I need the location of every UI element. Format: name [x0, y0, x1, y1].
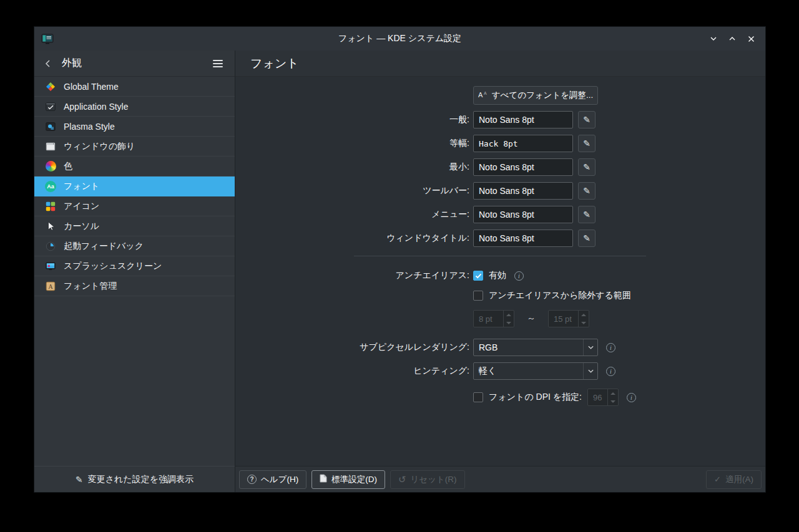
page-header: フォント [235, 51, 765, 77]
force-dpi-row: フォントの DPI を指定: 96 [473, 389, 765, 406]
antialias-exclude-row: アンチエイリアスから除外する範囲 [473, 290, 765, 301]
defaults-icon [320, 474, 327, 485]
titlebar[interactable]: フォント — KDE システム設定 [34, 27, 765, 51]
splash-screen-icon [44, 260, 57, 273]
menu-font-edit-button[interactable] [578, 206, 596, 223]
exclude-from-value: 8 pt [474, 311, 503, 327]
sidebar-item-label: フォント [64, 181, 99, 192]
toolbar-font-field[interactable]: Noto Sans 8pt [473, 182, 573, 200]
sidebar-item-window-decorations[interactable]: ウィンドウの飾り [34, 137, 235, 157]
spin-down-icon [504, 319, 514, 327]
dpi-info-icon[interactable] [627, 393, 636, 402]
small-font-row: 最小: Noto Sans 8pt [235, 158, 765, 176]
help-label: ヘルプ(H) [261, 474, 298, 485]
menu-font-field[interactable]: Noto Sans 8pt [473, 206, 573, 223]
antialias-info-icon[interactable] [514, 271, 524, 281]
launch-feedback-icon [44, 240, 57, 253]
sidebar-item-fonts[interactable]: フォント [34, 177, 235, 196]
maximize-icon[interactable] [727, 33, 738, 44]
sidebar-item-plasma-style[interactable]: Plasma Style [34, 117, 235, 137]
general-font-field[interactable]: Noto Sans 8pt [473, 111, 573, 128]
small-font-label: 最小: [235, 162, 469, 173]
toolbar-font-label: ツールバー: [235, 185, 469, 196]
sidebar-item-cursors[interactable]: カーソル [34, 216, 235, 236]
close-icon[interactable] [745, 33, 757, 44]
spin-buttons [607, 389, 618, 405]
subpixel-dropdown[interactable]: RGB [473, 339, 598, 356]
antialias-checkbox[interactable] [473, 271, 483, 281]
kde-system-settings-window: フォント — KDE システム設定 外観 [34, 26, 766, 493]
minimize-icon[interactable] [708, 33, 719, 44]
toolbar-font-row: ツールバー: Noto Sans 8pt [235, 182, 765, 200]
antialias-exclude-checkbox[interactable] [473, 291, 483, 301]
fixed-width-font-field[interactable]: Hack 8pt [473, 135, 573, 152]
hamburger-icon [213, 63, 223, 64]
sidebar-header: 外観 [34, 51, 235, 77]
antialias-row: アンチエイリアス: 有効 [235, 270, 765, 281]
reset-icon [398, 474, 406, 485]
sidebar-item-launch-feedback[interactable]: 起動フィードバック [34, 236, 235, 256]
window-title-font-edit-button[interactable] [578, 230, 596, 247]
general-font-edit-button[interactable] [578, 111, 596, 128]
hinting-label: ヒンティング: [235, 365, 469, 377]
help-button[interactable]: ヘルプ(H) [239, 470, 306, 489]
window-title-font-label: ウィンドウタイトル: [235, 233, 469, 244]
sidebar-item-icons[interactable]: アイコン [34, 196, 235, 216]
sidebar-item-label: ウィンドウの飾り [64, 141, 135, 152]
application-style-icon [44, 100, 57, 113]
apply-check-icon [714, 475, 721, 484]
spin-up-icon [579, 311, 589, 319]
window-title-font-field[interactable]: Noto Sans 8pt [473, 230, 573, 247]
pencil-icon [583, 233, 591, 243]
window-title: フォント — KDE システム設定 [34, 33, 765, 44]
adjust-all-fonts-button[interactable]: A A すべてのフォントを調整... [473, 86, 598, 105]
pencil-icon [583, 210, 591, 220]
window-controls [708, 33, 765, 44]
fonts-form: A A すべてのフォントを調整... 一般: Noto Sans 8pt 等幅: [235, 77, 765, 466]
hinting-dropdown[interactable]: 軽く [473, 362, 598, 380]
main-content: フォント A A すべてのフォントを調整... [235, 51, 765, 492]
toolbar-font-edit-button[interactable] [578, 182, 596, 200]
antialias-label: アンチエイリアス: [235, 270, 469, 281]
exclude-to-spinbox: 15 pt [548, 310, 589, 327]
small-font-edit-button[interactable] [578, 158, 596, 176]
force-dpi-label: フォントの DPI を指定: [489, 392, 582, 403]
adjust-all-fonts-label: すべてのフォントを調整... [492, 90, 594, 101]
force-dpi-checkbox[interactable] [473, 392, 483, 402]
sidebar-item-splash-screen[interactable]: スプラッシュスクリーン [34, 256, 235, 276]
back-button[interactable] [43, 57, 57, 70]
defaults-button[interactable]: 標準設定(D) [311, 470, 385, 489]
highlight-pencil-icon [76, 475, 83, 485]
sidebar-item-label: Application Style [64, 102, 129, 112]
pencil-icon [583, 138, 591, 148]
reset-button: リセット(R) [390, 470, 465, 489]
sidebar-item-label: 起動フィードバック [64, 241, 144, 252]
apply-label: 適用(A) [725, 474, 753, 485]
plasma-style-icon [44, 120, 57, 133]
sidebar-item-global-theme[interactable]: Global Theme [34, 77, 235, 97]
sidebar-item-font-management[interactable]: A フォント管理 [34, 276, 235, 296]
apply-button: 適用(A) [706, 470, 762, 489]
section-divider [354, 256, 646, 256]
hinting-info-icon[interactable] [606, 367, 615, 376]
cursors-icon [44, 220, 57, 233]
adjust-fonts-icon: A A [478, 90, 488, 100]
menu-font-row: メニュー: Noto Sans 8pt [235, 206, 765, 223]
fixed-width-font-edit-button[interactable] [578, 135, 596, 152]
subpixel-info-icon[interactable] [606, 343, 615, 352]
sidebar-title: 外観 [62, 57, 210, 70]
spin-buttons [578, 311, 589, 327]
reset-label: リセット(R) [411, 474, 457, 485]
font-management-icon: A [44, 280, 57, 293]
highlight-changed-settings-label: 変更された設定を強調表示 [88, 474, 194, 485]
sidebar-item-label: フォント管理 [64, 281, 117, 292]
sidebar: 外観 Global The [34, 51, 235, 492]
menu-button[interactable] [210, 56, 226, 72]
sidebar-item-colors[interactable]: 色 [34, 157, 235, 177]
small-font-field[interactable]: Noto Sans 8pt [473, 158, 573, 176]
highlight-changed-settings-toggle[interactable]: 変更された設定を強調表示 [34, 466, 235, 492]
antialias-enabled-label: 有効 [489, 270, 506, 281]
sidebar-item-label: Global Theme [64, 82, 119, 92]
subpixel-value: RGB [479, 342, 498, 352]
sidebar-item-application-style[interactable]: Application Style [34, 97, 235, 117]
